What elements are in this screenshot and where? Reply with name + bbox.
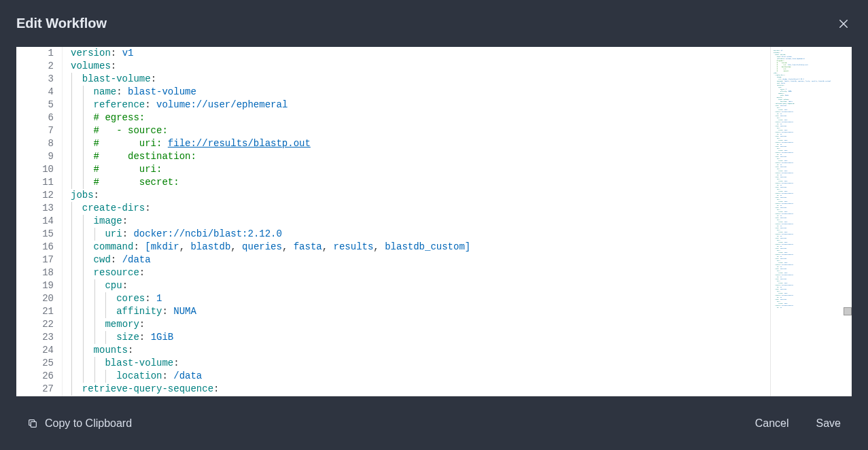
code-area[interactable]: 1234567891011121314151617181920212223242… bbox=[16, 47, 770, 396]
minimap-scrollbar[interactable] bbox=[844, 47, 852, 396]
minimap[interactable]: version: v1volumes: blast-volume: name: … bbox=[770, 47, 852, 396]
code-line[interactable]: retrieve-query-sequence: bbox=[71, 383, 770, 396]
code-editor[interactable]: 1234567891011121314151617181920212223242… bbox=[16, 47, 852, 396]
line-number: 13 bbox=[16, 202, 54, 215]
line-number: 24 bbox=[16, 344, 54, 357]
line-number: 21 bbox=[16, 305, 54, 318]
copy-icon bbox=[27, 418, 38, 429]
dialog-header: Edit Workflow bbox=[0, 0, 868, 47]
code-line[interactable]: resource: bbox=[71, 266, 770, 279]
line-number: 20 bbox=[16, 292, 54, 305]
line-number: 7 bbox=[16, 124, 54, 137]
line-number: 19 bbox=[16, 279, 54, 292]
code-line[interactable]: size: 1GiB bbox=[71, 331, 770, 344]
line-number: 18 bbox=[16, 266, 54, 279]
line-number: 17 bbox=[16, 254, 54, 266]
line-number: 2 bbox=[16, 60, 54, 73]
cancel-button[interactable]: Cancel bbox=[755, 417, 789, 430]
code-line[interactable]: create-dirs: bbox=[71, 202, 770, 215]
footer-actions: Cancel Save bbox=[755, 417, 841, 430]
code-line[interactable]: # destination: bbox=[71, 150, 770, 163]
line-number: 26 bbox=[16, 370, 54, 383]
code-line[interactable]: location: /data bbox=[71, 370, 770, 383]
line-number: 4 bbox=[16, 86, 54, 99]
code-line[interactable]: image: bbox=[71, 215, 770, 228]
copy-to-clipboard-button[interactable]: Copy to Clipboard bbox=[27, 417, 132, 430]
code-line[interactable]: memory: bbox=[71, 318, 770, 331]
line-number: 12 bbox=[16, 189, 54, 202]
close-button[interactable] bbox=[835, 16, 852, 32]
code-line[interactable]: # uri: file://results/blastp.out bbox=[71, 137, 770, 150]
code-line[interactable]: # - source: bbox=[71, 124, 770, 137]
line-number: 5 bbox=[16, 99, 54, 111]
code-line[interactable]: command: [mkdir, blastdb, queries, fasta… bbox=[71, 241, 770, 254]
save-button[interactable]: Save bbox=[816, 417, 841, 430]
line-number: 6 bbox=[16, 111, 54, 124]
line-number: 14 bbox=[16, 215, 54, 228]
minimap-thumb[interactable] bbox=[844, 307, 852, 315]
code-line[interactable]: # secret: bbox=[71, 176, 770, 189]
code-content[interactable]: version: v1volumes: blast-volume: name: … bbox=[63, 47, 770, 396]
code-line[interactable]: blast-volume: bbox=[71, 73, 770, 86]
line-number: 25 bbox=[16, 357, 54, 370]
code-line[interactable]: blast-volume: bbox=[71, 357, 770, 370]
code-line[interactable]: cores: 1 bbox=[71, 292, 770, 305]
code-line[interactable]: cpu: bbox=[71, 279, 770, 292]
code-line[interactable]: mounts: bbox=[71, 344, 770, 357]
line-number: 8 bbox=[16, 137, 54, 150]
code-line[interactable]: # egress: bbox=[71, 111, 770, 124]
code-line[interactable]: # uri: bbox=[71, 163, 770, 176]
code-line[interactable]: cwd: /data bbox=[71, 254, 770, 266]
line-number: 9 bbox=[16, 150, 54, 163]
code-line[interactable]: name: blast-volume bbox=[71, 86, 770, 99]
dialog-title: Edit Workflow bbox=[16, 16, 107, 31]
line-number: 10 bbox=[16, 163, 54, 176]
line-number-gutter: 1234567891011121314151617181920212223242… bbox=[16, 47, 63, 396]
line-number: 27 bbox=[16, 383, 54, 396]
code-line[interactable]: reference: volume://user/ephemeral bbox=[71, 99, 770, 111]
copy-label: Copy to Clipboard bbox=[45, 417, 132, 430]
code-line[interactable]: version: v1 bbox=[71, 47, 770, 60]
code-line[interactable]: uri: docker://ncbi/blast:2.12.0 bbox=[71, 228, 770, 241]
line-number: 3 bbox=[16, 73, 54, 86]
code-line[interactable]: volumes: bbox=[71, 60, 770, 73]
code-line[interactable]: affinity: NUMA bbox=[71, 305, 770, 318]
svg-rect-2 bbox=[31, 421, 36, 427]
line-number: 23 bbox=[16, 331, 54, 344]
dialog-footer: Copy to Clipboard Cancel Save bbox=[0, 396, 868, 450]
line-number: 22 bbox=[16, 318, 54, 331]
line-number: 11 bbox=[16, 176, 54, 189]
line-number: 15 bbox=[16, 228, 54, 241]
line-number: 1 bbox=[16, 47, 54, 60]
line-number: 16 bbox=[16, 241, 54, 254]
code-line[interactable]: jobs: bbox=[71, 189, 770, 202]
close-icon bbox=[837, 18, 850, 30]
